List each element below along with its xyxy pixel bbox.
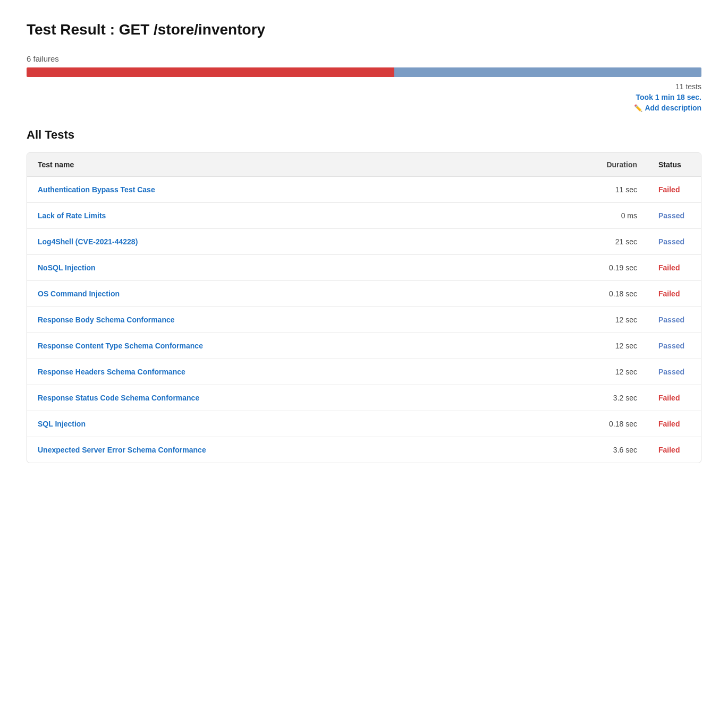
took-time: Took 1 min 18 sec. — [636, 93, 701, 101]
test-duration-cell: 12 sec — [579, 307, 648, 333]
table-row: Response Status Code Schema Conformance3… — [27, 385, 701, 411]
test-name-cell: Lack of Rate Limits — [27, 203, 579, 229]
tests-count: 11 tests — [675, 82, 701, 91]
test-name-link[interactable]: Response Status Code Schema Conformance — [38, 394, 199, 402]
test-status-cell: Failed — [648, 177, 701, 203]
test-duration-cell: 0 ms — [579, 203, 648, 229]
test-duration-cell: 21 sec — [579, 229, 648, 255]
test-name-link[interactable]: Unexpected Server Error Schema Conforman… — [38, 446, 206, 454]
table-row: Unexpected Server Error Schema Conforman… — [27, 437, 701, 463]
pencil-icon: ✏️ — [634, 104, 642, 112]
table-row: Response Body Schema Conformance12 secPa… — [27, 307, 701, 333]
test-name-cell: SQL Injection — [27, 411, 579, 437]
table-row: OS Command Injection0.18 secFailed — [27, 281, 701, 307]
test-duration-cell: 0.19 sec — [579, 255, 648, 281]
table-row: Lack of Rate Limits0 msPassed — [27, 203, 701, 229]
test-name-cell: Response Status Code Schema Conformance — [27, 385, 579, 411]
test-name-cell: Unexpected Server Error Schema Conforman… — [27, 437, 579, 463]
failures-label: 6 failures — [27, 54, 701, 63]
table-row: Log4Shell (CVE-2021-44228)21 secPassed — [27, 229, 701, 255]
test-name-link[interactable]: NoSQL Injection — [38, 263, 96, 272]
add-description-label: Add description — [645, 104, 701, 112]
test-name-link[interactable]: Authentication Bypass Test Case — [38, 185, 155, 194]
test-name-link[interactable]: Response Content Type Schema Conformance — [38, 342, 203, 350]
test-duration-cell: 12 sec — [579, 359, 648, 385]
test-duration-cell: 0.18 sec — [579, 411, 648, 437]
test-status-cell: Failed — [648, 411, 701, 437]
test-name-cell: Response Body Schema Conformance — [27, 307, 579, 333]
progress-bar-fail — [27, 67, 394, 77]
test-name-link[interactable]: OS Command Injection — [38, 289, 120, 298]
test-name-link[interactable]: Response Body Schema Conformance — [38, 316, 175, 324]
progress-bar — [27, 67, 701, 77]
table-row: Response Content Type Schema Conformance… — [27, 333, 701, 359]
table-header-row: Test name Duration Status — [27, 153, 701, 177]
test-name-link[interactable]: Log4Shell (CVE-2021-44228) — [38, 237, 138, 246]
test-name-cell: Response Headers Schema Conformance — [27, 359, 579, 385]
test-name-link[interactable]: SQL Injection — [38, 420, 86, 428]
test-status-cell: Passed — [648, 359, 701, 385]
test-name-cell: NoSQL Injection — [27, 255, 579, 281]
test-duration-cell: 11 sec — [579, 177, 648, 203]
table-row: Authentication Bypass Test Case11 secFai… — [27, 177, 701, 203]
test-duration-cell: 3.2 sec — [579, 385, 648, 411]
col-header-test-name: Test name — [27, 153, 579, 177]
test-status-cell: Failed — [648, 255, 701, 281]
all-tests-heading: All Tests — [27, 128, 701, 142]
test-duration-cell: 0.18 sec — [579, 281, 648, 307]
test-name-link[interactable]: Response Headers Schema Conformance — [38, 368, 185, 376]
test-name-cell: Log4Shell (CVE-2021-44228) — [27, 229, 579, 255]
test-status-cell: Passed — [648, 203, 701, 229]
add-description-button[interactable]: ✏️ Add description — [634, 104, 701, 112]
test-name-cell: OS Command Injection — [27, 281, 579, 307]
test-duration-cell: 3.6 sec — [579, 437, 648, 463]
table-row: Response Headers Schema Conformance12 se… — [27, 359, 701, 385]
table-row: SQL Injection0.18 secFailed — [27, 411, 701, 437]
test-status-cell: Failed — [648, 281, 701, 307]
col-header-status: Status — [648, 153, 701, 177]
test-status-cell: Failed — [648, 385, 701, 411]
tests-table-wrapper: Test name Duration Status Authentication… — [27, 152, 701, 463]
test-duration-cell: 12 sec — [579, 333, 648, 359]
progress-bar-pass — [394, 67, 701, 77]
test-name-cell: Authentication Bypass Test Case — [27, 177, 579, 203]
meta-row: 11 tests Took 1 min 18 sec. ✏️ Add descr… — [27, 82, 701, 112]
test-status-cell: Passed — [648, 333, 701, 359]
page-title: Test Result : GET /store/inventory — [27, 21, 701, 38]
test-status-cell: Failed — [648, 437, 701, 463]
test-name-link[interactable]: Lack of Rate Limits — [38, 211, 106, 220]
col-header-duration: Duration — [579, 153, 648, 177]
test-status-cell: Passed — [648, 229, 701, 255]
test-status-cell: Passed — [648, 307, 701, 333]
tests-table: Test name Duration Status Authentication… — [27, 153, 701, 463]
test-name-cell: Response Content Type Schema Conformance — [27, 333, 579, 359]
table-row: NoSQL Injection0.19 secFailed — [27, 255, 701, 281]
